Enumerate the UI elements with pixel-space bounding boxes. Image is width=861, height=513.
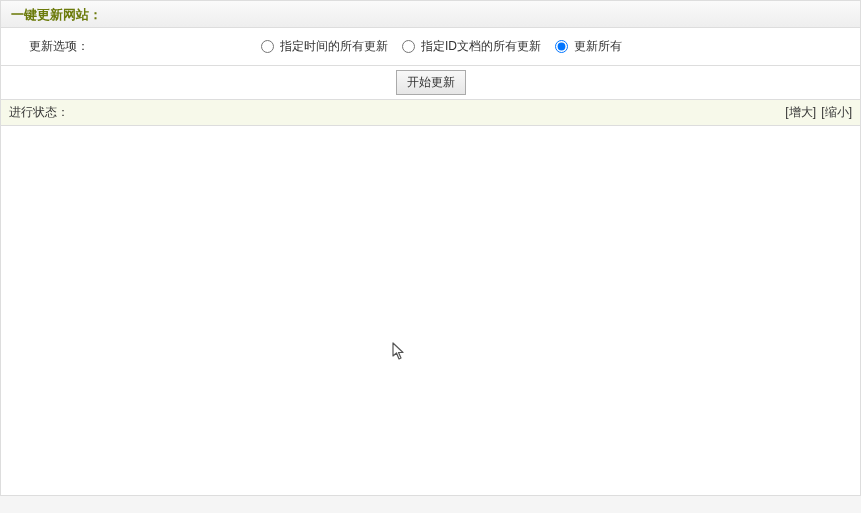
- button-row: 开始更新: [0, 66, 861, 100]
- page-title: 一键更新网站：: [11, 7, 102, 22]
- radio-id-input[interactable]: [402, 40, 415, 53]
- radio-all-input[interactable]: [555, 40, 568, 53]
- radio-id-label: 指定ID文档的所有更新: [421, 38, 541, 55]
- status-actions: [增大] [缩小]: [783, 104, 852, 121]
- status-label: 进行状态：: [9, 104, 69, 121]
- radio-option-id[interactable]: 指定ID文档的所有更新: [402, 38, 541, 55]
- radio-option-time[interactable]: 指定时间的所有更新: [261, 38, 388, 55]
- options-label: 更新选项：: [1, 38, 261, 55]
- radio-time-label: 指定时间的所有更新: [280, 38, 388, 55]
- status-bar: 进行状态： [增大] [缩小]: [0, 100, 861, 126]
- header-bar: 一键更新网站：: [0, 0, 861, 28]
- options-radio-group: 指定时间的所有更新 指定ID文档的所有更新 更新所有: [261, 38, 630, 55]
- start-update-button[interactable]: 开始更新: [396, 70, 466, 95]
- cursor-icon: [392, 342, 408, 362]
- enlarge-button[interactable]: [增大]: [785, 105, 816, 119]
- radio-all-label: 更新所有: [574, 38, 622, 55]
- shrink-button[interactable]: [缩小]: [821, 105, 852, 119]
- radio-option-all[interactable]: 更新所有: [555, 38, 622, 55]
- radio-time-input[interactable]: [261, 40, 274, 53]
- content-area: [0, 126, 861, 496]
- main-container: 一键更新网站： 更新选项： 指定时间的所有更新 指定ID文档的所有更新 更新所有…: [0, 0, 861, 496]
- options-row: 更新选项： 指定时间的所有更新 指定ID文档的所有更新 更新所有: [0, 28, 861, 66]
